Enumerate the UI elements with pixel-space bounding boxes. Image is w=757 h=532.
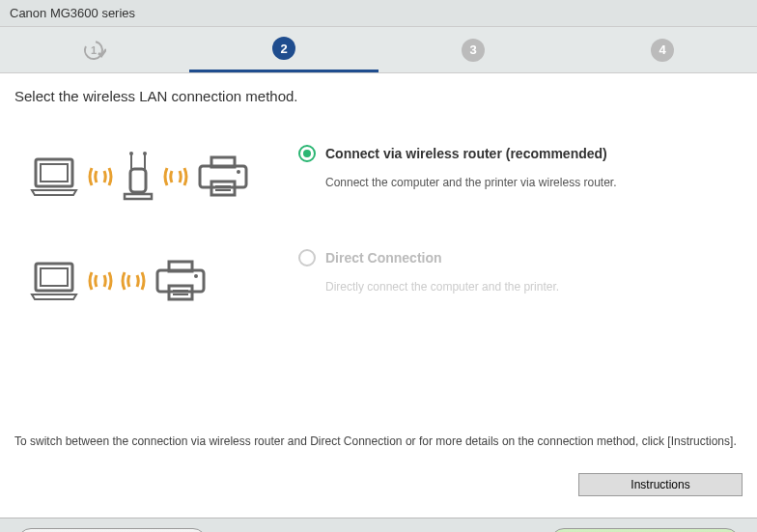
option-direct: Direct Connection Directly connect the c… [28,247,743,315]
svg-point-7 [143,152,147,155]
laptop-icon [28,155,80,198]
step-4-icon: 4 [651,39,674,62]
wifi-icon [163,162,188,191]
step-1-icon: 1 [83,39,106,62]
wifi-icon [88,266,113,295]
option-router-title: Connect via wireless router (recommended… [325,146,607,161]
option-router[interactable]: Connect via wireless router (recommended… [28,143,743,210]
window-title: Canon MG3600 series [0,0,757,27]
svg-text:1: 1 [91,44,97,56]
option-router-desc: Connect the computer and the printer via… [325,176,743,189]
back-button[interactable]: Back [17,528,207,532]
printer-icon [154,259,208,303]
wifi-icon [121,266,146,295]
svg-point-12 [237,170,240,174]
next-button[interactable]: Next [550,528,740,532]
footer: Back Next [0,518,757,532]
step-3: 3 [378,27,568,72]
svg-rect-3 [41,164,68,182]
laptop-icon [28,260,80,302]
svg-rect-9 [125,194,152,199]
svg-point-6 [129,152,133,155]
option-direct-graphic [28,247,269,315]
step-1: 1 [0,27,189,72]
svg-rect-19 [157,270,204,292]
step-2: 2 [189,27,378,72]
step-4: 4 [568,27,757,72]
stepper: 1 2 3 4 [0,27,757,73]
router-icon [121,152,155,202]
wifi-icon [88,162,113,191]
printer-icon [196,154,250,199]
option-router-graphic [28,143,269,210]
radio-direct [298,249,316,266]
step-2-icon: 2 [272,37,295,60]
instructions-button[interactable]: Instructions [578,473,743,496]
page-heading: Select the wireless LAN connection metho… [14,88,743,104]
step-3-icon: 3 [462,39,485,62]
options-group: Connect via wireless router (recommended… [28,143,743,315]
radio-router[interactable] [298,145,316,162]
option-direct-desc: Directly connect the computer and the pr… [325,280,743,294]
svg-point-20 [194,274,198,278]
option-direct-title: Direct Connection [325,250,442,266]
svg-rect-8 [130,169,146,192]
svg-rect-17 [41,268,68,286]
main-content: Select the wireless LAN connection metho… [0,73,757,518]
svg-rect-11 [200,166,246,187]
hint-text: To switch between the connection via wir… [14,433,743,450]
